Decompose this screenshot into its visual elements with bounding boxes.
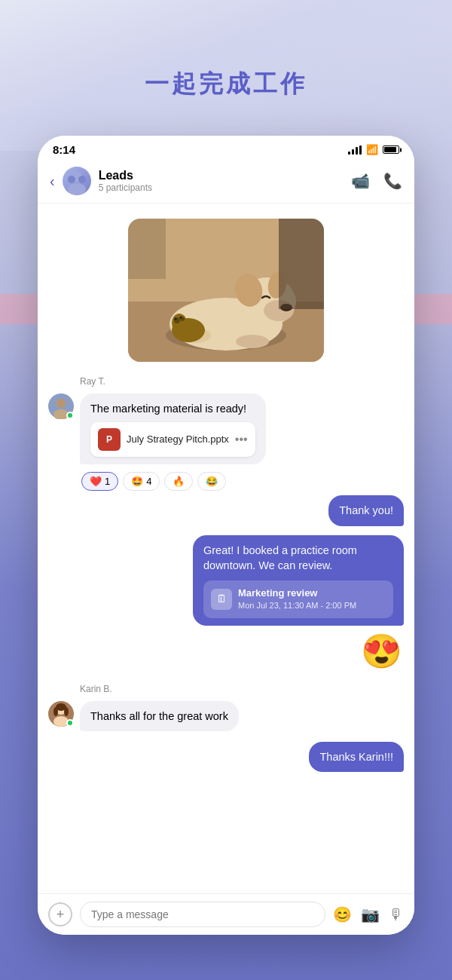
event-card[interactable]: 🗓 Marketing review Mon Jul 23, 11:30 AM …	[203, 580, 393, 618]
group-name: Leads	[99, 169, 351, 182]
battery-icon	[383, 145, 399, 154]
reaction-laugh[interactable]: 😂	[197, 472, 226, 491]
svg-point-2	[78, 176, 86, 183]
add-button[interactable]: +	[48, 902, 72, 926]
group-avatar	[63, 167, 91, 195]
chat-body: Ray T. The marketing material is ready! …	[38, 204, 414, 897]
status-bar: 8:14 📶	[38, 136, 414, 161]
signal-icon	[348, 145, 362, 155]
svg-point-14	[236, 335, 269, 348]
svg-point-26	[56, 399, 66, 408]
karin-bubble: Thanks all for the great work	[80, 701, 239, 731]
thanks-karin-message: Thanks Karin!!!	[38, 737, 414, 776]
karin-name-wrapper: Karin B.	[38, 675, 414, 698]
svg-point-3	[68, 183, 86, 195]
heart-emoji: ❤️	[90, 476, 102, 487]
karin-message-group: Thanks all for the great work	[38, 698, 414, 734]
thank-you-bubble: Thank you!	[328, 495, 404, 525]
laugh-emoji: 😂	[206, 476, 218, 487]
svg-point-32	[64, 707, 69, 716]
karin-avatar	[48, 701, 74, 727]
input-bar: + 😊 📷 🎙	[38, 893, 414, 935]
star-eyes-emoji: 🤩	[131, 476, 143, 487]
event-title: Marketing review	[238, 586, 356, 600]
svg-point-16	[172, 314, 187, 332]
emoji-picker-icon[interactable]: 😊	[333, 905, 352, 923]
video-call-icon[interactable]: 📹	[351, 172, 370, 190]
emoji-float: 😍	[38, 630, 414, 675]
event-info: Marketing review Mon Jul 23, 11:30 AM - …	[238, 586, 356, 612]
voice-call-icon[interactable]: 📞	[383, 172, 402, 190]
svg-point-1	[68, 176, 75, 183]
ppt-icon: P	[98, 428, 121, 451]
svg-rect-21	[279, 219, 324, 309]
phone-frame: 8:14 📶 ‹ Leads 5 pa	[38, 136, 414, 935]
back-button[interactable]: ‹	[50, 173, 55, 190]
file-name: July Strategy Pitch.pptx	[127, 433, 229, 446]
love-eyes-emoji: 😍	[361, 632, 402, 671]
reaction-star-eyes[interactable]: 🤩 4	[123, 472, 160, 491]
sender-name-karin: Karin B.	[80, 684, 112, 694]
chat-header: ‹ Leads 5 participants 📹 📞	[38, 161, 414, 204]
group-participants: 5 participants	[99, 182, 351, 193]
microphone-icon[interactable]: 🎙	[389, 906, 404, 923]
ray-avatar	[48, 394, 74, 419]
calendar-icon: 🗓	[211, 589, 232, 610]
event-time: Mon Jul 23, 11:30 AM - 2:00 PM	[238, 600, 356, 611]
input-icons: 😊 📷 🎙	[333, 905, 404, 923]
file-more-icon[interactable]: •••	[235, 431, 248, 448]
wifi-icon: 📶	[366, 144, 378, 155]
message-input[interactable]	[80, 902, 325, 927]
camera-icon[interactable]: 📷	[361, 905, 380, 923]
karin-message-content: Thanks all for the great work	[80, 701, 404, 731]
fire-emoji: 🔥	[173, 476, 185, 487]
star-eyes-count: 4	[146, 476, 151, 487]
thanks-karin-bubble: Thanks Karin!!!	[309, 742, 404, 772]
page-title: 一起完成工作	[0, 68, 452, 101]
status-icons: 📶	[348, 144, 399, 155]
booked-bubble: Great! I booked a practice room downtown…	[193, 535, 404, 626]
svg-point-31	[53, 707, 58, 716]
svg-point-20	[180, 317, 182, 319]
dog-image-container	[38, 211, 414, 374]
reaction-heart[interactable]: ❤️ 1	[81, 472, 118, 491]
ray-bubble: The marketing material is ready! P July …	[80, 394, 266, 464]
online-indicator	[66, 412, 74, 419]
dog-image	[128, 219, 324, 362]
thank-you-message: Thank you!	[38, 491, 414, 530]
status-time: 8:14	[53, 143, 75, 156]
heart-count: 1	[105, 476, 110, 487]
booked-message: Great! I booked a practice room downtown…	[38, 531, 414, 630]
header-actions: 📹 📞	[351, 172, 402, 190]
svg-point-19	[175, 318, 177, 320]
group-info: Leads 5 participants	[99, 169, 351, 193]
ray-message-content: The marketing material is ready! P July …	[80, 394, 404, 464]
reactions-row: ❤️ 1 🤩 4 🔥 😂	[71, 472, 414, 491]
karin-online-indicator	[66, 719, 74, 727]
file-attachment[interactable]: P July Strategy Pitch.pptx •••	[90, 422, 255, 457]
ray-message-group: The marketing material is ready! P July …	[38, 390, 414, 467]
reaction-fire[interactable]: 🔥	[164, 472, 193, 491]
sender-name-ray: Ray T.	[38, 374, 414, 390]
svg-rect-22	[128, 219, 166, 279]
